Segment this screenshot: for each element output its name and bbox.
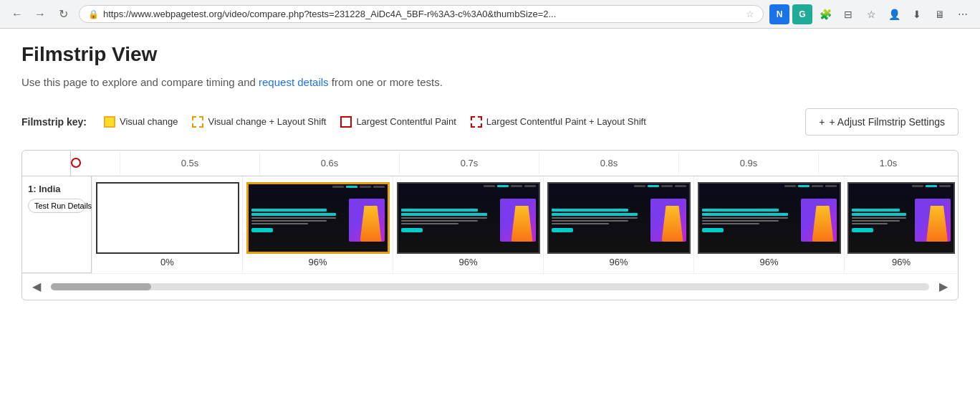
mock-line-s6 <box>852 213 906 216</box>
forward-button[interactable]: → <box>30 4 50 24</box>
reload-button[interactable]: ↻ <box>53 4 73 24</box>
mock-nav-dot-42 <box>648 185 659 187</box>
download-button[interactable]: ⬇ <box>907 4 927 24</box>
mock-line-sm-2 <box>251 220 327 222</box>
mock-line-t3 <box>401 209 478 212</box>
mock-nav-dot-63 <box>939 185 951 187</box>
mock-img-4 <box>650 199 686 242</box>
star-button[interactable]: ☆ <box>861 4 881 24</box>
frame-percent-5: 96% <box>759 254 778 273</box>
extensions-button[interactable]: 🧩 <box>815 4 835 24</box>
frame-image-2[interactable] <box>246 182 390 254</box>
menu-button[interactable]: ⋯ <box>953 4 973 24</box>
timeline-mark-08: 0.8s <box>539 152 678 174</box>
frame-col-3: 96% <box>393 176 543 273</box>
frame-image-4[interactable] <box>547 182 691 254</box>
mock-line-sm4-1 <box>552 217 638 219</box>
key-visual-change-layout-shift-label: Visual change + Layout Shift <box>208 116 326 127</box>
mock-nav-dot-41 <box>634 185 645 187</box>
mock-line-sm-3 <box>251 223 308 224</box>
mock-body-6 <box>849 189 953 252</box>
key-lcp-layout-shift-icon <box>471 116 482 128</box>
page-subtitle: Use this page to explore and compare tim… <box>21 75 959 91</box>
mock-img-person-5 <box>812 206 834 242</box>
mock-body-2 <box>249 189 388 252</box>
timeline-dot <box>71 158 81 168</box>
adjust-filmstrip-settings-button[interactable]: + + Adjust Filmstrip Settings <box>805 108 959 136</box>
scroll-track[interactable] <box>51 283 929 290</box>
mock-body-3 <box>398 189 539 252</box>
scroll-right-button[interactable]: ▶ <box>936 280 951 294</box>
key-lcp-label: Largest Contentful Paint <box>356 116 456 127</box>
mock-nav-4 <box>549 184 689 189</box>
adjust-btn-label: + Adjust Filmstrip Settings <box>830 116 945 128</box>
url-text: https://www.webpagetest.org/video/compar… <box>103 9 741 19</box>
lock-icon: 🔒 <box>88 9 99 19</box>
mock-nav-6 <box>849 184 953 189</box>
frame-image-6[interactable] <box>847 182 955 254</box>
mock-img-6 <box>915 199 951 242</box>
mock-nav-dot-53 <box>812 185 823 187</box>
mock-line-sm3-1 <box>401 217 488 219</box>
mock-body-5 <box>699 189 840 252</box>
key-visual-change-label: Visual change <box>120 116 178 127</box>
mock-body-4 <box>549 189 689 252</box>
mock-text-area-6 <box>852 209 912 232</box>
back-button[interactable]: ← <box>7 4 27 24</box>
mock-nav-dot-2 <box>346 186 357 188</box>
mock-img-2 <box>349 199 385 242</box>
screen-button[interactable]: 🖥 <box>930 4 950 24</box>
mock-nav-dot-32 <box>497 185 509 187</box>
frames-container: 0% <box>92 176 958 273</box>
mock-line-sm-1 <box>251 217 337 219</box>
timeline-header: 0.5s 0.6s 0.7s 0.8s 0.9s 1.0s <box>22 151 958 176</box>
mock-line-title <box>251 209 327 212</box>
frame-col-5: 96% <box>693 176 844 273</box>
mock-nav-dot-4 <box>373 186 385 188</box>
extension-n-button[interactable]: N <box>769 4 789 24</box>
timeline-marks: 0.5s 0.6s 0.7s 0.8s 0.9s 1.0s <box>120 152 958 174</box>
mock-line-sm3-3 <box>401 223 458 224</box>
mock-nav-dot-61 <box>912 185 923 187</box>
frame-image-3[interactable] <box>397 182 540 254</box>
mock-nav-dot-54 <box>825 185 837 187</box>
frame-image-5[interactable] <box>698 182 841 254</box>
scroll-left-button[interactable]: ◀ <box>29 280 44 294</box>
mock-text-area-2 <box>251 209 346 232</box>
subtitle-highlight: request details <box>259 76 329 88</box>
mock-btn-4 <box>552 228 573 232</box>
mock-nav-dot-3 <box>360 186 371 188</box>
mock-line-s3 <box>401 213 488 216</box>
key-visual-change: Visual change <box>104 116 178 128</box>
key-lcp: Largest Contentful Paint <box>340 116 456 128</box>
timeline-mark-07: 0.7s <box>399 152 539 174</box>
mock-btn-5 <box>702 228 724 232</box>
mock-nav-2 <box>249 184 388 189</box>
mock-img-3 <box>500 199 536 242</box>
scroll-controls: ◀ ▶ <box>22 273 958 300</box>
mock-btn <box>251 228 273 232</box>
mock-line-sm5-1 <box>702 217 789 219</box>
mock-text-area-5 <box>702 209 798 232</box>
sidebar-button[interactable]: ⊟ <box>838 4 858 24</box>
frame-image-1[interactable] <box>96 182 239 254</box>
key-items: Visual change Visual change + Layout Shi… <box>104 116 791 128</box>
row-name: 1: India <box>28 184 85 194</box>
mock-line-sm3-2 <box>401 220 478 222</box>
key-lcp-layout-shift: Largest Contentful Paint + Layout Shift <box>471 116 646 128</box>
frame-col-6: 96% <box>844 176 958 273</box>
mock-line-sm5-3 <box>702 223 759 224</box>
scroll-thumb[interactable] <box>51 283 151 290</box>
mock-img-person-6 <box>926 206 948 242</box>
frame-percent-6: 96% <box>892 254 911 273</box>
extension-g-button[interactable]: G <box>792 4 812 24</box>
mock-line-sm4-2 <box>552 220 628 222</box>
mock-nav-dot-51 <box>784 185 796 187</box>
mock-text-area-3 <box>401 209 497 232</box>
mock-line-sub <box>251 213 337 216</box>
bookmark-icon: ☆ <box>746 9 754 19</box>
profile-button[interactable]: 👤 <box>884 4 904 24</box>
test-run-details-button[interactable]: Test Run Details <box>28 199 85 213</box>
mock-text-area-4 <box>552 209 648 232</box>
address-bar[interactable]: 🔒 https://www.webpagetest.org/video/comp… <box>79 5 764 23</box>
